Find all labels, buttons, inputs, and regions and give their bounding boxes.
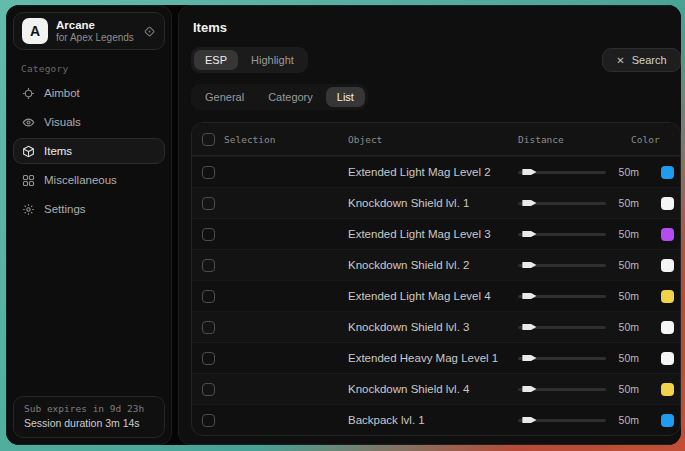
slider-thumb[interactable] <box>522 169 536 175</box>
object-name: Knockdown Shield lvl. 4 <box>348 383 518 395</box>
color-swatch[interactable] <box>661 321 674 334</box>
distance-value: 50m <box>613 228 639 240</box>
distance-slider[interactable] <box>518 166 606 178</box>
sub-expiry-text: Sub expires in 9d 23h <box>24 402 154 416</box>
slider-thumb[interactable] <box>522 231 536 237</box>
color-swatch[interactable] <box>661 352 674 365</box>
object-name: Extended Light Mag Level 3 <box>348 228 518 240</box>
search-button-label: Search <box>632 54 667 66</box>
object-name: Extended Heavy Mag Level 1 <box>348 352 518 364</box>
distance-slider[interactable] <box>518 197 606 209</box>
object-name: Knockdown Shield lvl. 1 <box>348 197 518 209</box>
color-swatch[interactable] <box>661 414 674 427</box>
app-subtitle: for Apex Legends <box>56 32 135 44</box>
slider-thumb[interactable] <box>522 200 536 206</box>
distance-value: 50m <box>613 166 639 178</box>
column-header-color: Color <box>631 134 660 145</box>
slider-thumb[interactable] <box>522 417 536 423</box>
sidebar-item-aimbot[interactable]: Aimbot <box>13 80 165 106</box>
tab-general[interactable]: General <box>194 87 255 107</box>
distance-slider[interactable] <box>518 259 606 271</box>
object-name: Knockdown Shield lvl. 2 <box>348 259 518 271</box>
sidebar-item-label: Visuals <box>44 116 81 128</box>
distance-value: 50m <box>613 352 639 364</box>
distance-value: 50m <box>613 383 639 395</box>
color-swatch[interactable] <box>661 197 674 210</box>
color-swatch[interactable] <box>661 166 674 179</box>
column-header-object: Object <box>348 134 518 145</box>
eye-icon <box>22 116 35 129</box>
distance-slider[interactable] <box>518 414 606 426</box>
color-swatch[interactable] <box>661 290 674 303</box>
slider-thumb[interactable] <box>522 262 536 268</box>
slider-thumb[interactable] <box>522 355 536 361</box>
column-header-selection: Selection <box>224 134 348 145</box>
row-checkbox[interactable] <box>202 414 215 427</box>
table-row: Extended Heavy Mag Level 1 50m <box>192 342 680 373</box>
distance-value: 50m <box>613 414 639 426</box>
row-checkbox[interactable] <box>202 197 215 210</box>
gear-icon <box>22 203 35 216</box>
page-title: Items <box>193 20 681 35</box>
distance-slider[interactable] <box>518 228 606 240</box>
distance-slider[interactable] <box>518 383 606 395</box>
table-row: Extended Light Mag Level 2 50m <box>192 156 680 187</box>
sidebar-item-visuals[interactable]: Visuals <box>13 109 165 135</box>
view-tabbar: General Category List <box>191 84 681 110</box>
row-checkbox[interactable] <box>202 290 215 303</box>
sidebar-nav: Aimbot Visuals Items <box>13 80 165 222</box>
row-checkbox[interactable] <box>202 228 215 241</box>
sidebar: A Arcane for Apex Legends Category <box>6 5 172 445</box>
sidebar-item-label: Items <box>44 145 72 157</box>
table-row: Knockdown Shield lvl. 1 50m <box>192 187 680 218</box>
select-all-checkbox[interactable] <box>202 133 215 146</box>
distance-value: 50m <box>613 290 639 302</box>
table-row: Extended Light Mag Level 3 50m <box>192 218 680 249</box>
sidebar-section-label: Category <box>21 63 165 74</box>
distance-slider[interactable] <box>518 352 606 364</box>
distance-slider[interactable] <box>518 290 606 302</box>
distance-value: 50m <box>613 197 639 209</box>
sidebar-item-settings[interactable]: Settings <box>13 196 165 222</box>
table-row: Knockdown Shield lvl. 3 50m <box>192 311 680 342</box>
diamond-badge-icon[interactable] <box>143 25 156 38</box>
tab-category[interactable]: Category <box>257 87 324 107</box>
mode-tabgroup: ESP Highlight <box>191 47 308 73</box>
table-row: Knockdown Shield lvl. 4 50m <box>192 373 680 404</box>
table-row: Backpack lvl. 1 50m <box>192 404 680 435</box>
color-swatch[interactable] <box>661 383 674 396</box>
sidebar-item-label: Settings <box>44 203 86 215</box>
grid-icon <box>22 174 35 187</box>
sidebar-item-label: Miscellaneous <box>44 174 117 186</box>
color-swatch[interactable] <box>661 228 674 241</box>
object-name: Backpack lvl. 1 <box>348 414 518 426</box>
slider-thumb[interactable] <box>522 386 536 392</box>
subscription-card: Sub expires in 9d 23h Session duration 3… <box>13 396 165 438</box>
sidebar-item-items[interactable]: Items <box>13 138 165 164</box>
slider-thumb[interactable] <box>522 324 536 330</box>
tab-esp[interactable]: ESP <box>194 50 238 70</box>
view-tabgroup: General Category List <box>191 84 368 110</box>
app-logo: A <box>22 18 48 44</box>
distance-slider[interactable] <box>518 321 606 333</box>
crosshair-icon <box>22 87 35 100</box>
table-row: Extended Light Mag Level 4 50m <box>192 280 680 311</box>
distance-value: 50m <box>613 259 639 271</box>
slider-thumb[interactable] <box>522 293 536 299</box>
search-icon: ✕ <box>616 55 624 66</box>
row-checkbox[interactable] <box>202 166 215 179</box>
main-panel: Items ESP Highlight ✕ Search General Cat… <box>178 5 681 445</box>
tab-highlight[interactable]: Highlight <box>240 50 305 70</box>
object-name: Extended Light Mag Level 2 <box>348 166 518 178</box>
row-checkbox[interactable] <box>202 321 215 334</box>
row-checkbox[interactable] <box>202 352 215 365</box>
color-swatch[interactable] <box>661 259 674 272</box>
toolbar: ESP Highlight ✕ Search <box>191 47 681 73</box>
row-checkbox[interactable] <box>202 383 215 396</box>
sidebar-item-miscellaneous[interactable]: Miscellaneous <box>13 167 165 193</box>
object-name: Knockdown Shield lvl. 3 <box>348 321 518 333</box>
tab-list[interactable]: List <box>326 87 365 107</box>
search-button[interactable]: ✕ Search <box>602 48 680 72</box>
column-header-distance: Distance <box>518 134 645 145</box>
row-checkbox[interactable] <box>202 259 215 272</box>
